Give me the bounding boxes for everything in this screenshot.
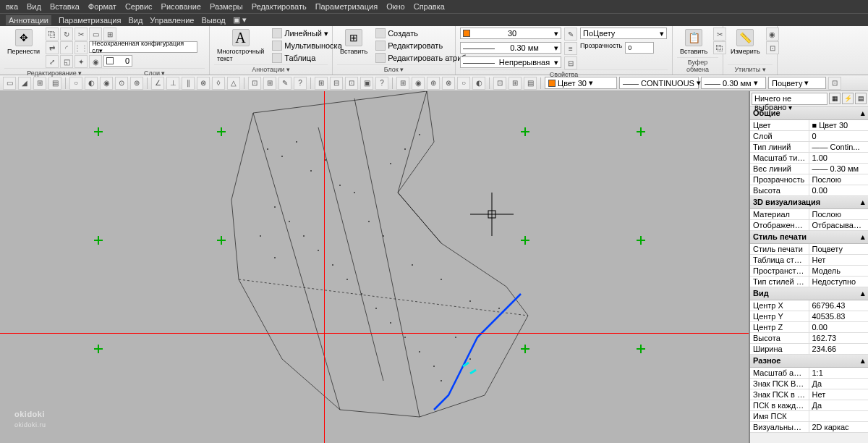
menu-item[interactable]: Окно: [386, 2, 405, 11]
tab-annotations[interactable]: Аннотации: [6, 15, 51, 25]
tool-icon[interactable]: ◢: [18, 77, 31, 90]
tab-output[interactable]: Вывод: [201, 16, 225, 25]
tool-icon[interactable]: ∠: [151, 77, 164, 90]
props-row[interactable]: Слой0: [750, 131, 868, 142]
tool-icon[interactable]: ⊡: [345, 77, 358, 90]
matchprops-icon[interactable]: ✎: [564, 28, 577, 41]
props-filter-icon[interactable]: ▤: [855, 93, 867, 104]
tool-icon[interactable]: ⊕: [427, 77, 440, 90]
tool-icon[interactable]: ⊟: [330, 77, 343, 90]
tool-icon[interactable]: ⊡: [828, 77, 841, 90]
props-row[interactable]: Таблица стилей ...Нет: [750, 255, 868, 266]
props-value[interactable]: —— 0.30 мм: [809, 164, 869, 174]
drawing-canvas[interactable]: okidoki okidoki.ru: [0, 91, 749, 443]
tool-icon[interactable]: ⊞: [396, 77, 409, 90]
menu-item[interactable]: Рисование: [161, 2, 201, 11]
tool-icon[interactable]: ⊙: [115, 77, 128, 90]
layer-icon[interactable]: ◉: [89, 55, 102, 68]
props-value[interactable]: 0: [809, 131, 869, 141]
props-value[interactable]: 0.00: [809, 322, 869, 332]
tab-view[interactable]: Вид: [128, 16, 142, 25]
explode-icon[interactable]: ✦: [75, 55, 88, 68]
menu-item[interactable]: Сервис: [125, 2, 153, 11]
measure-button[interactable]: 📏 Измерить: [728, 28, 763, 56]
tb-plotstyle-dropdown[interactable]: Поцвету▾: [768, 77, 826, 89]
current-layer-dropdown[interactable]: 0: [103, 55, 132, 67]
tool-icon[interactable]: △: [227, 77, 240, 90]
icon[interactable]: ▭: [89, 28, 102, 41]
props-row[interactable]: ПрозрачностьПослою: [750, 174, 868, 185]
props-section-header[interactable]: Стиль печати▴: [750, 231, 868, 244]
props-row[interactable]: Знак ПСК ВКЛДа: [750, 379, 868, 389]
scale-icon[interactable]: ◱: [60, 55, 73, 68]
tool-icon[interactable]: ⊞: [33, 77, 46, 90]
props-row[interactable]: Тип стилей печатиНедоступно: [750, 277, 868, 287]
selection-dropdown[interactable]: Ничего не выбрано ▾: [752, 93, 827, 105]
props-row[interactable]: Имя ПСК: [750, 411, 868, 422]
menu-item[interactable]: Вид: [27, 2, 41, 11]
menu-item[interactable]: Размеры: [210, 2, 243, 11]
props-value[interactable]: Послою: [809, 209, 869, 219]
props-row[interactable]: Пространство та...Модель: [750, 266, 868, 277]
props-row[interactable]: Стиль печатиПоцвету: [750, 244, 868, 255]
stretch-icon[interactable]: ⤢: [46, 55, 59, 68]
props-value[interactable]: [809, 411, 869, 421]
lineweight-dropdown[interactable]: ————0.30 мм▾: [460, 42, 561, 54]
props-value[interactable]: 162.73: [809, 333, 869, 343]
props-section-header[interactable]: 3D визуализация▴: [750, 196, 868, 209]
props-row[interactable]: Высота162.73: [750, 333, 868, 344]
props-value[interactable]: Нет: [809, 255, 869, 265]
props-row[interactable]: Знак ПСК в нач. ...Нет: [750, 389, 868, 400]
menu-item[interactable]: Справка: [414, 2, 445, 11]
mtext-button[interactable]: A Многострочный текст: [214, 28, 267, 64]
tool-icon[interactable]: ▤: [524, 77, 537, 90]
tool-icon[interactable]: ⊗: [442, 77, 455, 90]
props-value[interactable]: 66796.43: [809, 300, 869, 311]
transparency-input[interactable]: [625, 42, 654, 54]
tool-icon[interactable]: ▤: [48, 77, 61, 90]
util-icon[interactable]: ◉: [766, 28, 779, 41]
props-value[interactable]: ■ Цвет 30: [809, 120, 869, 130]
props-section-header[interactable]: Общие▴: [750, 107, 868, 120]
tool-icon[interactable]: ?: [294, 77, 307, 90]
tb-linetype-dropdown[interactable]: ——CONTINUOUS▾: [619, 77, 699, 89]
copy-icon[interactable]: ⿻: [46, 28, 59, 41]
props-value[interactable]: 40535.83: [809, 311, 869, 321]
tool-icon[interactable]: ◊: [212, 77, 225, 90]
tb-color-dropdown[interactable]: Цвет 30▾: [545, 77, 617, 89]
props-section-header[interactable]: Разное▴: [750, 355, 868, 368]
tool-icon[interactable]: ?: [375, 77, 388, 90]
tool-icon[interactable]: ○: [457, 77, 470, 90]
tool-icon[interactable]: ✎: [278, 77, 292, 90]
tool-icon[interactable]: ⊡: [493, 77, 506, 90]
props-row[interactable]: Отображение те...Отбрасываема...: [750, 220, 868, 231]
tool-icon[interactable]: ⊡: [248, 77, 261, 90]
menu-item[interactable]: Редактировать: [252, 2, 307, 11]
tool-icon[interactable]: ▭: [3, 77, 16, 90]
props-row[interactable]: Высота0.00: [750, 185, 868, 196]
tab-extra-icon[interactable]: ▣ ▾: [233, 15, 247, 25]
layer-config-dropdown[interactable]: Несохраненная конфигурация сл▾: [89, 41, 197, 53]
props-row[interactable]: Ширина234.66: [750, 344, 868, 355]
props-value[interactable]: Да: [809, 400, 869, 410]
props-row[interactable]: Тип линий—— Contin...: [750, 142, 868, 153]
move-button[interactable]: ✥ Перенести: [4, 28, 43, 56]
props-row[interactable]: Центр X66796.43: [750, 300, 868, 311]
props-row[interactable]: Масштаб аннота...1:1: [750, 368, 868, 379]
menu-item[interactable]: Параметризация: [315, 2, 378, 11]
props-qselect-icon[interactable]: ⚡: [842, 93, 854, 104]
props-value[interactable]: 1.00: [809, 153, 869, 163]
props-value[interactable]: —— Contin...: [809, 142, 869, 152]
tool-icon[interactable]: ⊞: [509, 77, 522, 90]
props-row[interactable]: Центр Y40535.83: [750, 311, 868, 322]
tool-icon[interactable]: ▣: [360, 77, 373, 90]
trim-icon[interactable]: ✂: [75, 28, 88, 41]
props-value[interactable]: Послою: [809, 174, 869, 185]
props-row[interactable]: Визуальный стиль2D каркас: [750, 422, 868, 433]
props-value[interactable]: Поцвету: [809, 244, 869, 254]
props-value[interactable]: Нет: [809, 389, 869, 400]
tool-icon[interactable]: ⊞: [263, 77, 276, 90]
props-value[interactable]: Недоступно: [809, 277, 869, 287]
props-row[interactable]: Центр Z0.00: [750, 322, 868, 333]
linetype-dropdown[interactable]: ————Непрерывная▾: [460, 56, 561, 68]
